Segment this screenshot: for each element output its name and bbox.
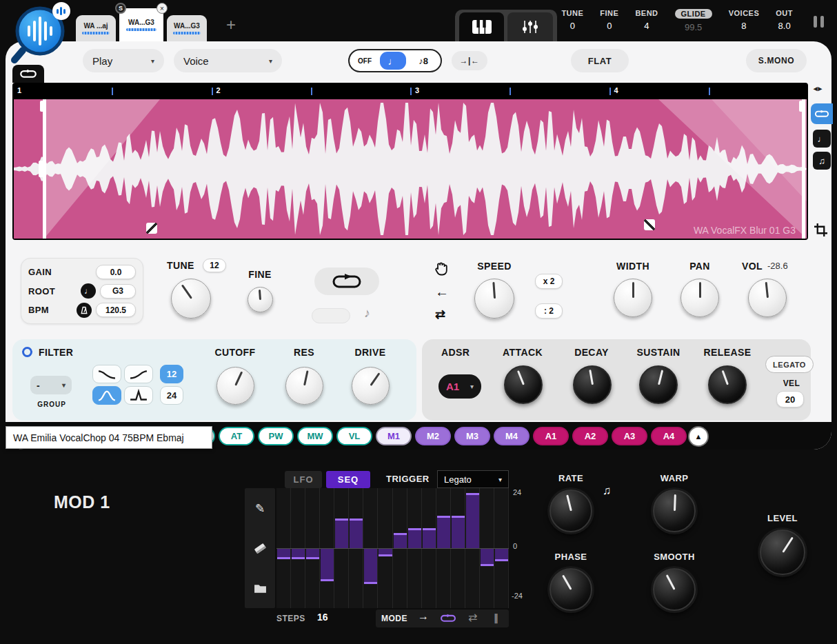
phase-knob[interactable] xyxy=(549,568,592,611)
legato-button[interactable]: LEGATO xyxy=(765,356,814,373)
env-preset-dropdown[interactable]: A1 ▾ xyxy=(438,374,481,399)
speed-mult-badge[interactable]: x 2 xyxy=(535,274,563,289)
draw-pencil-button[interactable]: ✎ xyxy=(245,498,275,519)
mod-source-pill-a1[interactable]: A1 xyxy=(533,427,569,445)
scroll-arrows-icon[interactable]: ◂ ▸ xyxy=(814,84,821,93)
seq-step-bar[interactable] xyxy=(277,549,290,559)
seq-step-bar[interactable] xyxy=(321,549,334,581)
sync-straight-button[interactable]: ♩ xyxy=(380,52,406,70)
expand-button[interactable]: ▲ xyxy=(688,426,709,447)
mod-source-pill-a3[interactable]: A3 xyxy=(612,427,647,445)
mode-pingpong-button[interactable]: ⇄ xyxy=(468,611,477,624)
stereo-mono-button[interactable]: S.MONO xyxy=(746,49,807,72)
header-param-value[interactable]: 4 xyxy=(644,21,649,31)
mod-source-pill-m1[interactable]: M1 xyxy=(376,427,412,445)
lowpass-button[interactable] xyxy=(92,365,121,383)
sync-off-button[interactable]: OFF xyxy=(350,57,380,65)
seq-step-bar[interactable] xyxy=(350,519,363,549)
cutoff-knob[interactable] xyxy=(216,367,254,405)
mod-source-pill-m3[interactable]: M3 xyxy=(454,427,490,445)
seq-step-bar[interactable] xyxy=(452,516,465,548)
sustain-knob[interactable] xyxy=(639,365,678,404)
decay-knob[interactable] xyxy=(573,365,612,404)
loop-play-button[interactable] xyxy=(314,268,379,295)
trigger-dropdown[interactable]: Legato ▾ xyxy=(437,470,509,488)
tune-badge[interactable]: 12 xyxy=(203,259,226,272)
preset-folder-button[interactable] xyxy=(245,578,275,598)
vel-value[interactable]: 20 xyxy=(776,391,804,407)
keyboard-view-tab[interactable] xyxy=(459,12,504,41)
crop-button[interactable] xyxy=(814,223,827,239)
waveform-canvas[interactable]: WA VocalFX Blur 01 G3 xyxy=(14,99,807,239)
seq-step-bar[interactable] xyxy=(408,528,421,548)
mode-loop-button[interactable] xyxy=(440,613,456,625)
mod-source-pill-mw[interactable]: MW xyxy=(297,427,333,445)
loop-length-pill[interactable] xyxy=(312,308,350,323)
vol-value[interactable]: -28.6 xyxy=(767,261,788,271)
app-logo[interactable] xyxy=(7,0,73,66)
loop-tab-button[interactable] xyxy=(12,65,44,83)
warp-knob[interactable] xyxy=(653,490,696,532)
seq-grid[interactable] xyxy=(276,488,509,608)
fade-out-handle[interactable] xyxy=(644,219,655,230)
root-value[interactable]: G3 xyxy=(100,284,136,299)
rate-knob[interactable] xyxy=(549,490,592,532)
left-trim-handle[interactable] xyxy=(39,161,46,177)
mod-source-pill-m2[interactable]: M2 xyxy=(415,427,451,445)
left-marker-handle[interactable] xyxy=(40,101,46,112)
mod-source-pill-vl[interactable]: VL xyxy=(336,427,372,445)
tab-lfo[interactable]: LFO xyxy=(285,471,322,488)
seq-step-bar[interactable] xyxy=(379,549,392,556)
mod-source-pill-a4[interactable]: A4 xyxy=(651,427,687,445)
seq-step-bar[interactable] xyxy=(481,549,494,566)
header-param-value[interactable]: 8 xyxy=(741,21,746,31)
bpm-value[interactable]: 120.5 xyxy=(96,303,136,317)
flat-button[interactable]: FLAT xyxy=(571,49,629,72)
back-arrow-icon[interactable]: ← xyxy=(435,284,449,300)
seq-step-bar[interactable] xyxy=(364,549,377,584)
header-param-value[interactable]: 99.5 xyxy=(685,22,702,32)
smooth-knob[interactable] xyxy=(653,568,696,611)
swap-arrows-icon[interactable]: ⇄ xyxy=(435,307,445,322)
seq-step-bar[interactable] xyxy=(394,533,407,548)
seq-step-bar[interactable] xyxy=(423,528,436,548)
level-knob[interactable] xyxy=(760,530,805,575)
seq-step-bar[interactable] xyxy=(306,549,319,559)
speed-div-badge[interactable]: : 2 xyxy=(535,303,563,319)
bandpass-button[interactable] xyxy=(92,386,121,405)
mod-source-pill-pw[interactable]: PW xyxy=(258,427,294,445)
loop-end-handle[interactable] xyxy=(802,99,805,239)
collapse-markers-button[interactable]: →|← xyxy=(452,51,487,70)
right-marker-handle[interactable] xyxy=(799,101,805,112)
pan-knob[interactable] xyxy=(680,279,719,317)
waveform-ruler[interactable]: 1234 xyxy=(12,83,808,99)
header-param-value[interactable]: 8.0 xyxy=(778,21,791,31)
width-knob[interactable] xyxy=(614,279,652,317)
pause-icon[interactable] xyxy=(814,16,824,28)
drive-knob[interactable] xyxy=(352,367,390,405)
close-tab-icon[interactable]: × xyxy=(157,3,168,14)
sample-tab[interactable]: WA...G3S× xyxy=(119,8,163,41)
rate-sync-note-icon[interactable]: ♫ xyxy=(603,484,612,498)
seq-step-bar[interactable] xyxy=(292,549,305,559)
mixer-view-tab[interactable] xyxy=(507,12,553,41)
loop-mode-button[interactable] xyxy=(811,103,833,124)
filter-enable-button[interactable] xyxy=(22,347,32,357)
notch-button[interactable] xyxy=(124,386,153,405)
sync-alt-button[interactable]: ♪8 xyxy=(406,56,441,66)
fine-knob[interactable] xyxy=(248,287,273,312)
metronome-icon[interactable] xyxy=(77,303,92,318)
solo-badge[interactable]: S xyxy=(115,3,126,14)
mod-source-pill-a2[interactable]: A2 xyxy=(572,427,608,445)
seq-step-bar[interactable] xyxy=(437,516,450,548)
drag-hand-icon[interactable] xyxy=(434,261,448,279)
highpass-button[interactable] xyxy=(124,365,153,383)
release-knob[interactable] xyxy=(708,365,747,404)
sample-tab[interactable]: WA ...aj xyxy=(76,15,116,41)
stretch-mode-button[interactable]: ♩ xyxy=(813,130,831,148)
add-tab-button[interactable]: + xyxy=(226,15,236,34)
attack-knob[interactable] xyxy=(504,365,543,404)
tune-knob[interactable] xyxy=(171,279,211,319)
res-knob[interactable] xyxy=(285,367,323,405)
mode-hold-button[interactable]: ∥ xyxy=(494,612,498,623)
